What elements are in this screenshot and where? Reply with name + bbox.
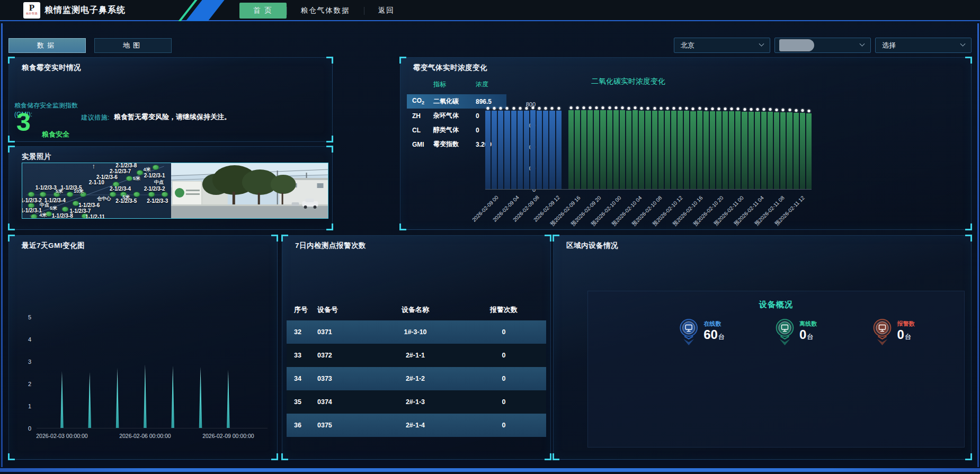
actual-bar <box>524 111 529 189</box>
sensor-label: 2-1/2/3-7 <box>110 168 131 174</box>
predicted-bar <box>632 110 638 189</box>
alarm-cell: 32 <box>287 328 316 336</box>
data-point-dot <box>750 108 752 111</box>
data-point-dot <box>576 106 578 109</box>
panel-title: 霉变气体实时浓度变化 <box>413 63 487 73</box>
dashboard-page: P 拓扑智鼎 粮情监测电子鼻系统 首 页 粮仓气体数据 返回 数据 地图 北京 … <box>0 0 980 474</box>
data-point-dot <box>569 106 572 109</box>
map-annotation: 5米 <box>50 205 57 212</box>
panel-corner-decoration <box>965 223 972 230</box>
tab-back[interactable]: 返回 <box>364 3 408 19</box>
panel-title: 粮食霉变实时情况 <box>22 63 81 73</box>
nav-swoosh-decoration <box>154 0 238 21</box>
actual-bar <box>537 111 542 189</box>
sensor-dot <box>136 170 143 175</box>
actual-bar <box>530 110 536 189</box>
predicted-bar <box>787 112 792 189</box>
alarm-table-row[interactable]: 3303722#-1-10 <box>287 344 546 367</box>
alarm-table-row[interactable]: 3603752#-1-40 <box>287 414 546 437</box>
tab-granary-gas-data[interactable]: 粮仓气体数据 <box>287 3 364 19</box>
data-point-dot <box>634 106 637 109</box>
data-point-dot <box>614 106 617 109</box>
data-point-dot <box>493 107 496 110</box>
data-point-dot <box>500 107 502 110</box>
alarm-cell: 0375 <box>316 422 369 429</box>
alarm-cell: 0 <box>461 352 546 359</box>
city-select[interactable]: 北京 <box>674 38 770 53</box>
gas-name: 醇类气体 <box>433 126 476 135</box>
predicted-bar <box>575 110 580 189</box>
predicted-bar <box>678 111 683 189</box>
sensor-label: 2-1/2/3-3 <box>147 198 168 203</box>
x-tick-label: 2026-02-06 00:00:00 <box>119 433 171 439</box>
data-point-dot <box>679 107 682 110</box>
y-tick-label: 2 <box>17 381 31 387</box>
map-annotation: 5米 <box>133 175 140 182</box>
data-point-dot <box>538 107 541 110</box>
sensor-label: 2-1/2/3-6 <box>96 174 118 180</box>
alarm-cell: 2#-1-2 <box>369 375 461 382</box>
alarm-table-row[interactable]: 3403732#-1-20 <box>287 367 546 390</box>
panel-corner-decoration <box>281 235 288 242</box>
sensor-label: 2-1-10 <box>89 180 104 185</box>
alarm-cell: 1#-3-10 <box>369 328 461 336</box>
point-select-value: 选择 <box>882 41 896 50</box>
tab-home[interactable]: 首 页 <box>239 3 287 19</box>
gas-code: GMI <box>407 141 433 148</box>
data-point-dot <box>756 108 759 111</box>
gas-table-header: 指标 浓度 <box>407 78 506 94</box>
sensor-map-image[interactable]: ↑2-1/2/3-84米2-1/2/3-72-1/2/3-12-1/2/3-65… <box>22 163 171 218</box>
gas-code: ZH <box>407 112 433 120</box>
predicted-bar <box>684 111 689 189</box>
map-annotation: 仓中心 <box>97 195 111 202</box>
y-tick-label: 5 <box>17 314 31 320</box>
chevron-down-icon <box>960 41 966 47</box>
sensor-label: 2-1/2/3-5 <box>115 198 137 203</box>
alarm-table-row[interactable]: 3203711#-3-100 <box>287 320 546 344</box>
gas-header-indicator: 指标 <box>433 80 476 89</box>
predicted-bar <box>800 113 805 189</box>
data-point-dot <box>660 107 662 110</box>
gmi-index-value: 3 <box>16 110 31 135</box>
alarm-table-row[interactable]: 3503742#-1-30 <box>287 390 546 414</box>
sensor-dot <box>62 207 69 212</box>
predicted-bar <box>794 113 799 189</box>
point-select[interactable]: 选择 <box>875 38 972 53</box>
data-point-dot <box>628 107 630 110</box>
data-point-dot <box>692 108 694 110</box>
panel-corner-decoration <box>326 146 333 153</box>
chevron-down-icon <box>759 41 764 47</box>
sensor-label: 2-1/2/3-1 <box>144 172 165 178</box>
predicted-bar <box>587 110 593 189</box>
predicted-bar <box>742 112 747 190</box>
data-point-dot <box>666 107 669 110</box>
predicted-bar <box>729 111 734 189</box>
gmi-status-text: 粮食安全 <box>42 130 69 139</box>
data-point-dot <box>640 107 643 110</box>
alarm-cell: 34 <box>287 375 316 382</box>
device-stat-text: 在线数60台 <box>703 318 725 342</box>
alarm-cell: 0 <box>461 398 546 406</box>
data-view-button[interactable]: 数据 <box>8 38 86 53</box>
data-point-dot <box>673 107 675 110</box>
device-overview-box: 设备概况 在线数60台离线数0台报警数0台 <box>587 291 965 448</box>
sensor-dot <box>148 192 155 197</box>
data-point-dot <box>595 106 598 109</box>
device-stat-text: 离线数0台 <box>799 318 817 342</box>
sensor-dot <box>153 165 159 170</box>
compass-arrow-icon: ↑ <box>92 163 95 170</box>
panel-corner-decoration <box>399 223 406 230</box>
panel-corner-decoration <box>545 453 551 460</box>
warehouse-select[interactable] <box>774 38 871 53</box>
data-point-dot <box>788 109 791 111</box>
street-photo[interactable] <box>171 163 328 218</box>
panel-corner-decoration <box>8 453 15 460</box>
panel-corner-decoration <box>553 235 559 242</box>
alarm-header-cell: 报警次数 <box>461 305 546 315</box>
gmi-chart-plot <box>37 317 268 428</box>
device-stat-离线数: 离线数0台 <box>773 318 817 346</box>
predicted-bar <box>658 111 664 189</box>
map-view-button[interactable]: 地图 <box>94 38 172 53</box>
panel-title: 实景照片 <box>22 152 51 162</box>
gas-code: CO2 <box>407 97 433 105</box>
